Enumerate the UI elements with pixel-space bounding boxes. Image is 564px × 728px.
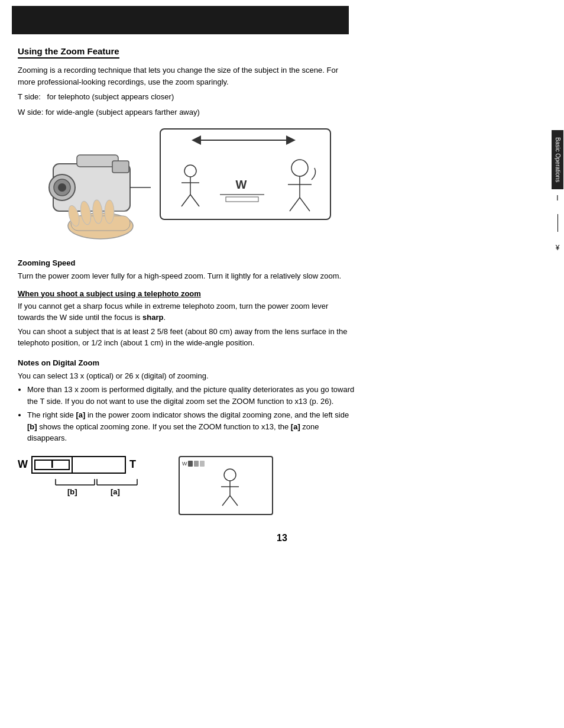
svg-rect-39 xyxy=(200,461,205,467)
sidebar-marker-1: I xyxy=(556,194,558,202)
zoom-bar-a-section xyxy=(73,457,125,473)
zoom-bar-outer: I xyxy=(31,456,126,474)
intro-line-1: Zooming is a recording technique that le… xyxy=(18,64,349,88)
svg-text:[b]: [b] xyxy=(67,487,77,496)
right-sidebar: Basic Operations I ¥ xyxy=(551,130,564,252)
svg-point-23 xyxy=(291,160,308,176)
svg-text:W: W xyxy=(182,461,187,467)
telephoto-body-2: You can shoot a subject that is at least… xyxy=(18,326,349,349)
svg-line-27 xyxy=(300,198,310,211)
svg-point-40 xyxy=(224,469,236,481)
telephoto-title: When you shoot a subject using a telepho… xyxy=(18,289,546,298)
intro-line-w: W side: for wide-angle (subject appears … xyxy=(18,106,349,118)
svg-line-19 xyxy=(190,195,199,206)
zoom-bar-diagram: W I T [b] xyxy=(18,456,155,499)
svg-rect-22 xyxy=(226,197,258,202)
svg-point-15 xyxy=(184,165,196,177)
svg-line-26 xyxy=(290,198,300,211)
zoom-bar-b-section: I xyxy=(33,457,73,473)
intro-text: Zooming is a recording technique that le… xyxy=(18,64,546,118)
section-title: Using the Zoom Feature xyxy=(18,46,119,59)
w-label: W xyxy=(18,458,28,471)
camcorder-image xyxy=(18,128,154,247)
sidebar-operations-label: Basic Operations xyxy=(552,130,563,189)
zoom-bar-bracket-svg: [b] [a] xyxy=(54,478,155,499)
digital-zoom-section: Notes on Digital Zoom You can select 13 … xyxy=(18,358,546,444)
zoom-bar-i-indicator: I xyxy=(34,460,70,470)
svg-point-12 xyxy=(105,200,114,224)
zoom-screen-diagram: W xyxy=(179,456,273,515)
svg-rect-5 xyxy=(112,161,129,173)
zooming-speed-section: Zooming Speed Turn the power zoom lever … xyxy=(18,258,546,282)
digital-zoom-bullets: More than 13 x zoom is performed digital… xyxy=(27,384,355,444)
svg-line-44 xyxy=(230,496,238,506)
svg-point-3 xyxy=(58,183,66,192)
zoom-indicator-area: W I T [b] xyxy=(18,456,546,515)
svg-line-18 xyxy=(181,195,190,206)
image-area: W xyxy=(18,128,546,247)
digital-zoom-body: You can select 13 x (optical) or 26 x (d… xyxy=(18,370,349,382)
telephoto-body-1: If you cannot get a sharp focus while in… xyxy=(18,300,349,323)
svg-rect-37 xyxy=(188,461,193,467)
svg-text:W: W xyxy=(236,178,247,191)
zoom-bar-top: W I T xyxy=(18,456,136,474)
svg-line-43 xyxy=(222,496,230,506)
svg-rect-38 xyxy=(194,461,199,467)
zooming-speed-title: Zooming Speed xyxy=(18,258,546,267)
svg-text:[a]: [a] xyxy=(111,487,120,496)
zoom-diagram: W xyxy=(160,128,331,220)
t-label: T xyxy=(129,458,136,471)
page-number-area: 13 xyxy=(18,533,546,543)
intro-line-t: T side: for telephoto (subject appears c… xyxy=(18,91,349,103)
page-number: 13 xyxy=(277,533,287,543)
bullet-2: The right side [a] in the power zoom ind… xyxy=(27,409,355,444)
zooming-speed-body: Turn the power zoom lever fully for a hi… xyxy=(18,270,349,282)
sidebar-markers: I ¥ xyxy=(556,194,560,252)
header-bar xyxy=(12,6,349,34)
sidebar-marker-2: ¥ xyxy=(556,244,560,252)
digital-zoom-title: Notes on Digital Zoom xyxy=(18,358,546,367)
telephoto-subsection: When you shoot a subject using a telepho… xyxy=(18,289,546,349)
connector-line xyxy=(557,214,558,232)
page-content: Using the Zoom Feature Zooming is a reco… xyxy=(0,34,564,567)
bullet-1: More than 13 x zoom is performed digital… xyxy=(27,384,355,407)
